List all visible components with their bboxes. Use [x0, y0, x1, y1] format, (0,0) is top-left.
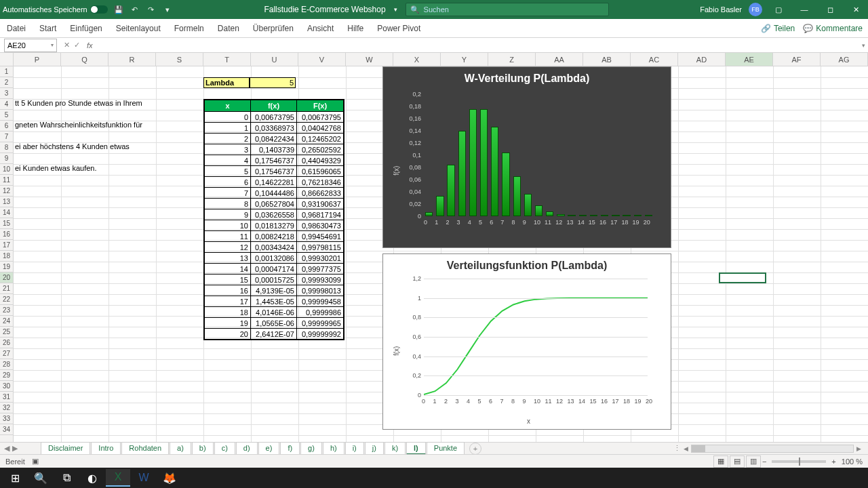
row-header[interactable]: 11: [0, 175, 13, 186]
row-header[interactable]: 10: [0, 164, 13, 175]
row-header[interactable]: 18: [0, 251, 13, 262]
cell-text[interactable]: tt 5 Kunden pro Stunde etwas in Ihrem: [15, 99, 142, 107]
row-header[interactable]: 31: [0, 392, 13, 403]
row-header[interactable]: 34: [0, 424, 13, 435]
sheet-tab[interactable]: g): [300, 442, 322, 455]
table-row[interactable]: 184,0146E-060,9999986: [205, 306, 343, 317]
ribbon-tab-seitenlayout[interactable]: Seitenlayout: [115, 24, 162, 33]
row-header[interactable]: 21: [0, 283, 13, 294]
save-icon[interactable]: 💾: [113, 4, 124, 15]
table-row[interactable]: 70,104444860,86662833: [205, 187, 343, 198]
col-header[interactable]: T: [203, 53, 251, 66]
col-header[interactable]: U: [251, 53, 298, 66]
zoom-in-icon[interactable]: +: [831, 458, 835, 466]
row-header[interactable]: 14: [0, 207, 13, 218]
row-header[interactable]: 20: [0, 272, 13, 283]
active-cell[interactable]: [719, 272, 766, 283]
col-header[interactable]: AB: [583, 53, 631, 66]
col-header[interactable]: W: [346, 53, 393, 66]
row-header[interactable]: 4: [0, 99, 13, 110]
row-header[interactable]: 15: [0, 218, 13, 229]
zoom-slider[interactable]: [772, 460, 826, 463]
maximize-icon[interactable]: ◻: [821, 1, 840, 18]
col-header[interactable]: AG: [821, 53, 868, 66]
ribbon-tab-überprüfen[interactable]: Überprüfen: [252, 24, 295, 33]
sheet-tab[interactable]: k): [384, 442, 406, 455]
sheet-tab[interactable]: e): [258, 442, 280, 455]
search-input[interactable]: 🔍 Suchen: [406, 3, 609, 16]
confirm-formula-icon[interactable]: ✓: [74, 41, 80, 49]
col-header[interactable]: AF: [773, 53, 821, 66]
ribbon-tab-formeln[interactable]: Formeln: [173, 24, 205, 33]
sheet-tab[interactable]: Punkte: [427, 442, 465, 455]
row-header[interactable]: 16: [0, 229, 13, 240]
table-row[interactable]: 171,4453E-050,99999458: [205, 296, 343, 306]
word-taskbar-icon[interactable]: W: [132, 469, 156, 487]
task-view-icon[interactable]: ⧉: [54, 469, 79, 487]
autosave-toggle[interactable]: Automatisches Speichern: [3, 5, 108, 14]
fx-icon[interactable]: fx: [84, 41, 96, 49]
page-break-icon[interactable]: ▥: [746, 455, 761, 468]
expand-formula-icon[interactable]: ▾: [859, 42, 868, 49]
row-header[interactable]: 7: [0, 131, 13, 142]
app-icon[interactable]: ◐: [80, 469, 104, 487]
hscroll-track[interactable]: [691, 445, 854, 453]
col-header[interactable]: V: [298, 53, 346, 66]
row-header[interactable]: 19: [0, 262, 13, 272]
ribbon-tab-power pivot[interactable]: Power Pivot: [376, 24, 422, 33]
sheet-tab[interactable]: Disclaimer: [41, 442, 90, 455]
cancel-formula-icon[interactable]: ✕: [64, 41, 70, 49]
undo-icon[interactable]: ↶: [130, 4, 140, 15]
firefox-taskbar-icon[interactable]: 🦊: [157, 469, 182, 487]
table-row[interactable]: 202,6412E-070,99999992: [205, 328, 343, 339]
cell-text[interactable]: ei aber höchstens 4 Kunden etwas: [15, 142, 130, 150]
row-header[interactable]: 2: [0, 77, 13, 88]
row-header[interactable]: 17: [0, 240, 13, 251]
sheet-tab[interactable]: j): [365, 442, 384, 455]
table-row[interactable]: 10,033689730,04042768: [205, 122, 343, 133]
formula-input[interactable]: [96, 39, 859, 52]
sheet-nav-next-icon[interactable]: ▶: [12, 444, 18, 453]
hscroll-left-icon[interactable]: ◀: [684, 445, 688, 452]
col-header[interactable]: Q: [61, 53, 108, 66]
qat-more-icon[interactable]: ▾: [162, 4, 173, 15]
col-header[interactable]: Z: [488, 53, 536, 66]
table-row[interactable]: 150,000157250,99993099: [205, 274, 343, 285]
row-header[interactable]: 33: [0, 413, 13, 424]
name-box[interactable]: AE20▾: [4, 39, 57, 52]
excel-taskbar-icon[interactable]: X: [106, 469, 130, 487]
ribbon-mode-icon[interactable]: ▢: [769, 1, 788, 18]
sheet-tab[interactable]: a): [170, 442, 191, 455]
table-row[interactable]: 164,9139E-050,99998013: [205, 285, 343, 296]
row-header[interactable]: 22: [0, 294, 13, 305]
table-row[interactable]: 120,003434240,99798115: [205, 241, 343, 252]
hscroll-right-icon[interactable]: ▶: [856, 445, 861, 452]
sheet-tab[interactable]: h): [323, 442, 344, 455]
ribbon-tab-start[interactable]: Start: [38, 24, 58, 33]
row-header[interactable]: 1: [0, 66, 13, 77]
row-header[interactable]: 12: [0, 186, 13, 197]
sheet-tab[interactable]: b): [192, 442, 214, 455]
table-row[interactable]: 00,006737950,00673795: [205, 111, 343, 122]
sheet-tab[interactable]: l): [406, 442, 426, 455]
cell-text[interactable]: gneten Wahrscheinlichkeitsfunktion für: [15, 121, 142, 129]
row-header[interactable]: 26: [0, 338, 13, 348]
col-header[interactable]: Y: [441, 53, 488, 66]
close-icon[interactable]: ✕: [846, 1, 865, 18]
table-row[interactable]: 130,001320860,99930201: [205, 252, 343, 263]
col-header[interactable]: R: [108, 53, 156, 66]
macro-record-icon[interactable]: ▣: [32, 457, 39, 466]
row-header[interactable]: 9: [0, 153, 13, 164]
page-layout-icon[interactable]: ▤: [730, 455, 745, 468]
col-header[interactable]: AA: [536, 53, 583, 66]
row-header[interactable]: 6: [0, 121, 13, 131]
table-row[interactable]: 50,175467370,61596065: [205, 165, 343, 176]
lambda-value-cell[interactable]: 5: [250, 77, 296, 88]
cell-text[interactable]: ei Kunden etwas kaufen.: [15, 164, 96, 172]
line-chart[interactable]: Verteilungsfunktion P(Lambda) f(x) 00,20…: [382, 253, 671, 430]
sheet-nav-prev-icon[interactable]: ◀: [4, 444, 9, 453]
normal-view-icon[interactable]: ▦: [713, 455, 728, 468]
row-header[interactable]: 32: [0, 403, 13, 413]
user-avatar[interactable]: FB: [749, 3, 762, 16]
row-header[interactable]: 30: [0, 381, 13, 392]
